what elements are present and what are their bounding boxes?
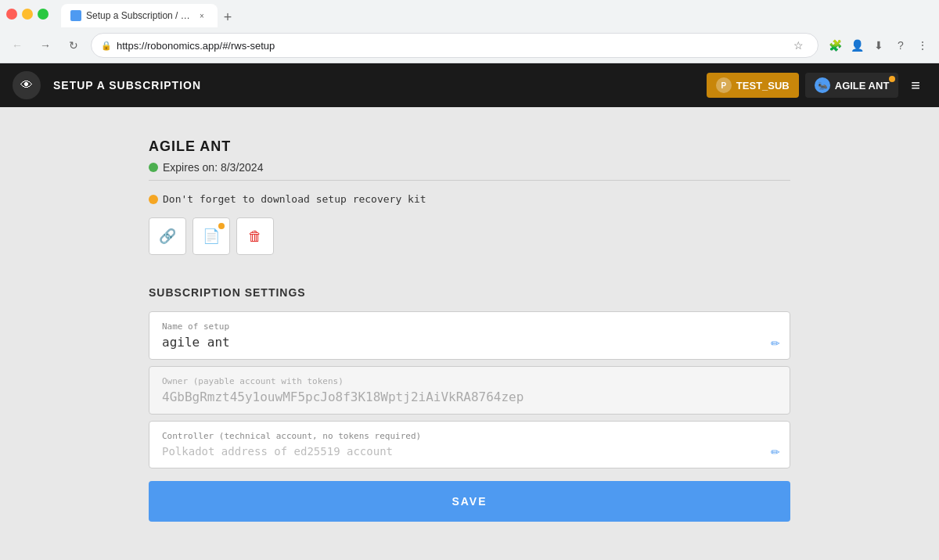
active-status-icon (149, 163, 158, 172)
name-field: Name of setup agile ant ✏ (149, 311, 790, 360)
owner-field: Owner (payable account with tokens) 4GbB… (149, 366, 790, 415)
address-bar[interactable]: 🔒 https://robonomics.app/#/rws-setup ☆ (91, 33, 818, 58)
agile-ant-label: AGILE ANT (835, 80, 890, 92)
minimize-window-button[interactable] (22, 9, 33, 20)
url-display: https://robonomics.app/#/rws-setup (117, 40, 783, 52)
download-icon: 📄 (203, 228, 220, 245)
owner-field-value: 4GbBgRmzt45y1ouwMF5pcJo8f3K18Wptj2iAiVkR… (162, 389, 523, 404)
address-bar-row: ← → ↻ 🔒 https://robonomics.app/#/rws-set… (0, 28, 939, 63)
notification-badge (889, 76, 895, 82)
expires-row: Expires on: 8/3/2024 (149, 161, 790, 174)
close-window-button[interactable] (6, 9, 17, 20)
action-buttons: 🔗 📄 🗑 (149, 217, 790, 255)
controller-field: Controller (technical account, no tokens… (149, 421, 790, 468)
warning-row: Don't forget to download setup recovery … (149, 193, 790, 205)
agile-ant-avatar: 🐜 (815, 77, 830, 93)
subscription-name: AGILE ANT (149, 138, 790, 155)
more-options-button[interactable]: ⋮ (912, 35, 933, 56)
back-button[interactable]: ← (6, 34, 28, 56)
expires-label: Expires on: 8/3/2024 (163, 161, 263, 174)
help-button[interactable]: ? (890, 35, 911, 56)
browser-chrome: Setup a Subscription / Rob × + ← → ↻ 🔒 h… (0, 0, 939, 63)
owner-field-label: Owner (payable account with tokens) (162, 376, 777, 386)
active-tab[interactable]: Setup a Subscription / Rob × (61, 4, 218, 27)
maximize-window-button[interactable] (38, 9, 49, 20)
logo-icon: 👁 (20, 78, 33, 92)
tab-title: Setup a Subscription / Rob (86, 10, 191, 21)
agile-ant-button[interactable]: 🐜 AGILE ANT (805, 73, 899, 98)
share-icon: 🔗 (159, 228, 176, 245)
controller-field-placeholder: Polkadot address of ed25519 account (162, 445, 393, 458)
warning-icon (149, 195, 158, 204)
save-button[interactable]: SAVE (149, 481, 790, 522)
warning-text: Don't forget to download setup recovery … (163, 193, 426, 205)
delete-button[interactable]: 🗑 (236, 217, 274, 255)
hamburger-menu-button[interactable]: ≡ (905, 74, 926, 98)
tab-close-button[interactable]: × (196, 9, 208, 22)
divider (149, 180, 790, 181)
test-sub-label: TEST_SUB (736, 80, 790, 92)
window-controls (6, 9, 49, 20)
trash-icon: 🗑 (248, 228, 262, 245)
tab-bar: Setup a Subscription / Rob × + (55, 1, 244, 27)
controller-edit-icon[interactable]: ✏ (771, 446, 780, 458)
download-button[interactable]: ⬇ (869, 35, 889, 56)
name-edit-icon[interactable]: ✏ (771, 337, 780, 350)
download-kit-button[interactable]: 📄 (192, 217, 230, 255)
share-button[interactable]: 🔗 (149, 217, 186, 255)
app-header: 👁 SETUP A SUBSCRIPTION P TEST_SUB 🐜 AGIL… (0, 63, 939, 107)
tab-favicon (70, 10, 81, 21)
extensions-button[interactable]: 🧩 (825, 35, 845, 56)
forward-button[interactable]: → (34, 34, 56, 56)
controller-field-label: Controller (technical account, no tokens… (162, 431, 777, 441)
refresh-button[interactable]: ↻ (63, 34, 85, 56)
security-icon: 🔒 (101, 41, 112, 51)
test-sub-avatar: P (716, 77, 732, 93)
name-field-value: agile ant (162, 335, 230, 350)
app-header-left: 👁 SETUP A SUBSCRIPTION (13, 71, 201, 99)
main-content: AGILE ANT Expires on: 8/3/2024 Don't for… (117, 107, 822, 553)
bookmark-button[interactable]: ☆ (788, 35, 808, 56)
browser-menu-icons: 🧩 👤 ⬇ ? ⋮ (825, 35, 933, 56)
new-tab-button[interactable]: + (218, 7, 238, 27)
page-title: SETUP A SUBSCRIPTION (53, 79, 201, 92)
app-header-right: P TEST_SUB 🐜 AGILE ANT ≡ (707, 73, 926, 98)
app-logo: 👁 (13, 71, 41, 99)
browser-titlebar: Setup a Subscription / Rob × + (0, 0, 939, 28)
test-sub-account-button[interactable]: P TEST_SUB (707, 73, 799, 98)
name-field-label: Name of setup (162, 321, 777, 332)
profile-button[interactable]: 👤 (847, 35, 867, 56)
section-title: SUBSCRIPTION SETTINGS (149, 286, 790, 299)
